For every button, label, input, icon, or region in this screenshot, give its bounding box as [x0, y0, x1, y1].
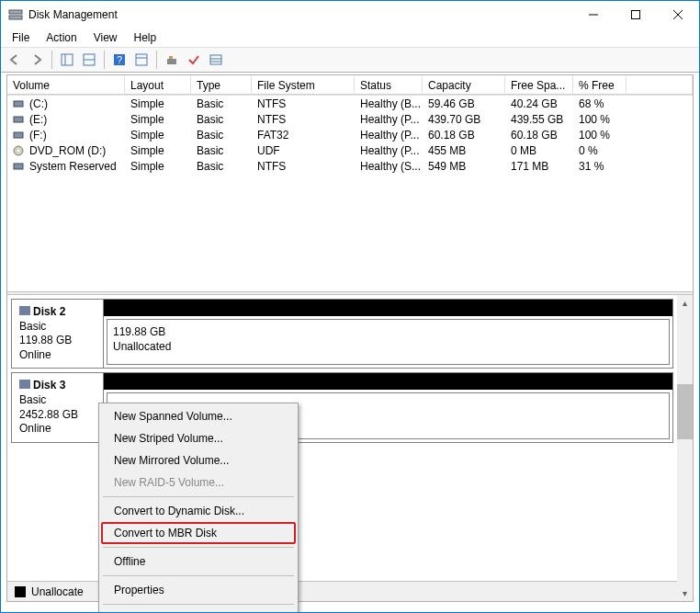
disk-state: Online — [19, 348, 51, 361]
svg-rect-14 — [167, 59, 176, 64]
help-button[interactable]: ? — [109, 50, 130, 70]
vol-state: Unallocated — [113, 340, 171, 353]
disk-row[interactable]: Disk 2 Basic 119.88 GB Online 119.88 GB … — [11, 299, 673, 369]
disk-info: Disk 3 Basic 2452.88 GB Online — [12, 373, 104, 441]
col-pfree[interactable]: % Free — [573, 75, 627, 95]
legend-unalloc: Unallocate — [31, 585, 84, 598]
disk-size: 119.88 GB — [19, 334, 72, 346]
table-row[interactable]: System ReservedSimpleBasicNTFSHealthy (S… — [7, 158, 693, 174]
svg-rect-24 — [14, 164, 23, 169]
table-header: Volume Layout Type File System Status Ca… — [7, 75, 693, 96]
cm-new-raid5: New RAID-5 Volume... — [101, 471, 296, 494]
svg-rect-21 — [14, 132, 23, 138]
volume-icon — [13, 98, 26, 109]
menu-help[interactable]: Help — [127, 29, 164, 46]
toolbar: ? — [1, 47, 699, 73]
volume-icon — [13, 114, 26, 125]
table-row[interactable]: (C:)SimpleBasicNTFSHealthy (B...59.46 GB… — [7, 96, 693, 111]
window-title: Disk Management — [28, 8, 572, 21]
col-free[interactable]: Free Spa... — [505, 75, 573, 95]
svg-rect-19 — [14, 101, 23, 107]
view1-button[interactable] — [57, 50, 77, 70]
cm-help[interactable]: Help — [101, 607, 296, 613]
svg-point-23 — [17, 150, 20, 153]
svg-rect-1 — [9, 16, 22, 19]
table-row[interactable]: (F:)SimpleBasicFAT32Healthy (P...60.18 G… — [7, 127, 693, 142]
disk-size: 2452.88 GB — [19, 408, 78, 421]
cm-new-striped[interactable]: New Striped Volume... — [101, 427, 296, 449]
col-fs[interactable]: File System — [252, 75, 355, 95]
cm-offline[interactable]: Offline — [101, 551, 296, 573]
scroll-down-icon[interactable]: ▾ — [677, 585, 693, 601]
volume-icon — [13, 130, 26, 141]
disk-stripe — [104, 300, 672, 316]
svg-rect-12 — [136, 54, 147, 65]
col-volume[interactable]: Volume — [7, 75, 125, 95]
cm-new-mirrored[interactable]: New Mirrored Volume... — [101, 449, 296, 471]
cm-convert-dynamic[interactable]: Convert to Dynamic Disk... — [101, 500, 296, 522]
forward-button[interactable] — [27, 50, 47, 70]
col-status[interactable]: Status — [355, 75, 423, 95]
col-type[interactable]: Type — [191, 75, 252, 95]
close-button[interactable] — [657, 1, 699, 28]
list-button[interactable] — [206, 50, 226, 70]
table-row[interactable]: (E:)SimpleBasicNTFSHealthy (P...439.70 G… — [7, 111, 693, 127]
scrollbar[interactable]: ▴ ▾ — [677, 295, 693, 601]
disk-volume[interactable]: 119.88 GB Unallocated — [107, 319, 670, 365]
context-menu: New Spanned Volume... New Striped Volume… — [98, 403, 299, 613]
svg-rect-16 — [210, 55, 221, 64]
disk-type: Basic — [19, 393, 46, 406]
disk-label: Disk 3 — [33, 379, 65, 392]
cm-new-spanned[interactable]: New Spanned Volume... — [101, 405, 296, 427]
disk-info: Disk 2 Basic 119.88 GB Online — [12, 300, 104, 368]
volume-icon — [13, 145, 26, 156]
col-capacity[interactable]: Capacity — [423, 75, 505, 95]
svg-rect-15 — [169, 56, 173, 59]
svg-rect-3 — [632, 11, 640, 19]
disk-state: Online — [19, 422, 51, 435]
titlebar: Disk Management — [1, 1, 699, 28]
volume-table: Volume Layout Type File System Status Ca… — [7, 75, 693, 291]
svg-rect-6 — [62, 54, 73, 65]
maximize-button[interactable] — [615, 1, 657, 28]
disk-stripe — [104, 373, 672, 390]
back-button[interactable] — [5, 50, 25, 70]
minimize-button[interactable] — [572, 1, 615, 28]
scroll-thumb[interactable] — [677, 384, 693, 439]
col-layout[interactable]: Layout — [125, 75, 191, 95]
menu-view[interactable]: View — [86, 29, 125, 46]
settings-button[interactable] — [162, 50, 182, 70]
view3-button[interactable] — [131, 50, 152, 70]
svg-rect-20 — [14, 117, 23, 122]
app-icon — [8, 7, 23, 22]
cm-properties[interactable]: Properties — [101, 579, 296, 601]
vol-size: 119.88 GB — [113, 325, 165, 338]
table-row[interactable]: DVD_ROM (D:)SimpleBasicUDFHealthy (P...4… — [7, 142, 693, 158]
menu-file[interactable]: File — [5, 29, 37, 46]
check-button[interactable] — [184, 50, 204, 70]
svg-text:?: ? — [117, 54, 122, 65]
svg-rect-0 — [9, 10, 22, 14]
view2-button[interactable] — [79, 50, 99, 70]
disk-type: Basic — [19, 320, 46, 333]
cm-convert-mbr[interactable]: Convert to MBR Disk — [101, 522, 296, 544]
scroll-up-icon[interactable]: ▴ — [677, 295, 693, 311]
disk-label: Disk 2 — [33, 305, 65, 318]
legend-swatch — [15, 586, 26, 597]
menubar: File Action View Help — [1, 28, 699, 47]
volume-icon — [13, 161, 26, 172]
menu-action[interactable]: Action — [39, 29, 84, 46]
